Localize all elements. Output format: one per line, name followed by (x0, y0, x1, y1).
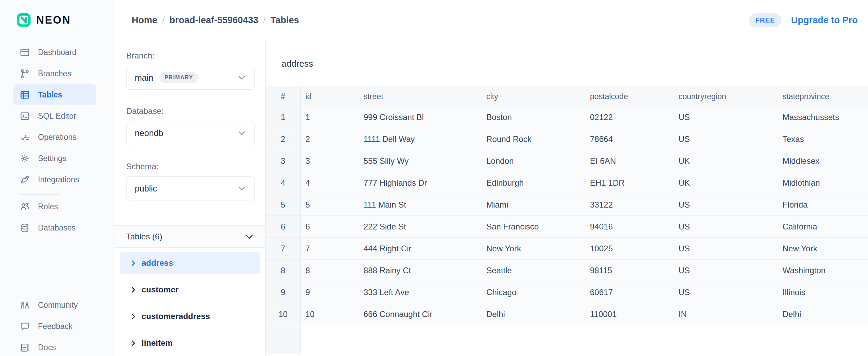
cell-postalcode[interactable]: 10025 (585, 238, 674, 259)
table-list-item-lineitem[interactable]: lineitem (120, 332, 260, 354)
cell-stateprovince[interactable]: Illinois (778, 281, 868, 303)
cell-stateprovince[interactable]: Massachussets (778, 106, 868, 128)
cell-city[interactable]: Chicago (482, 281, 585, 303)
cell-id[interactable]: 2 (301, 128, 359, 150)
cell-id[interactable]: 10 (301, 303, 359, 325)
cell-stateprovince[interactable]: New York (778, 238, 868, 259)
cell-countryregion[interactable]: US (674, 281, 778, 303)
table-row: 1010666 Connaught CirDelhi110001INDelhi (266, 303, 868, 325)
cell-stateprovince[interactable]: Midlothian (778, 172, 868, 194)
sidebar-item-branches[interactable]: Branches (13, 63, 96, 84)
sidebar-item-settings[interactable]: Settings (13, 148, 96, 169)
row-number: 3 (266, 150, 301, 172)
cell-street[interactable]: 1111 Dell Way (359, 128, 482, 150)
cell-city[interactable]: Delhi (482, 303, 585, 325)
table-list-label: customeraddress (142, 312, 210, 321)
cell-countryregion[interactable]: US (674, 260, 778, 281)
table-list-label: customer (142, 285, 179, 294)
cell-street[interactable]: 333 Left Ave (359, 281, 482, 303)
sidebar-item-feedback[interactable]: Feedback (13, 316, 96, 337)
speech-bubble-icon (19, 321, 30, 332)
cell-stateprovince[interactable]: Delhi (778, 303, 868, 325)
breadcrumb-project[interactable]: broad-leaf-55960433 (170, 15, 259, 26)
cell-street[interactable]: 111 Main St (359, 194, 482, 215)
cell-id[interactable]: 8 (301, 260, 359, 281)
cell-city[interactable]: San Francisco (482, 216, 585, 237)
cell-countryregion[interactable]: US (674, 216, 778, 237)
sidebar-item-roles[interactable]: Roles (13, 196, 96, 217)
table-list-item-customeraddress[interactable]: customeraddress (120, 305, 260, 328)
sidebar-item-sql-editor[interactable]: SQL Editor (13, 105, 96, 127)
cell-stateprovince[interactable]: Texas (778, 128, 868, 150)
cell-id[interactable]: 7 (301, 238, 359, 259)
cell-id[interactable]: 4 (301, 172, 359, 194)
cell-id[interactable]: 3 (301, 150, 359, 172)
cell-street[interactable]: 999 Croissant Bl (359, 106, 482, 128)
cell-countryregion[interactable]: US (674, 128, 778, 150)
cell-countryregion[interactable]: US (674, 194, 778, 215)
sidebar-item-community[interactable]: Community (13, 294, 96, 316)
cell-stateprovince[interactable]: Middlesex (778, 150, 868, 172)
cell-city[interactable]: New York (482, 238, 585, 259)
sidebar-item-dashboard[interactable]: Dashboard (13, 42, 96, 63)
database-value: neondb (135, 128, 163, 138)
cell-postalcode[interactable]: 94016 (585, 216, 674, 237)
cell-city[interactable]: Seattle (482, 260, 585, 281)
cell-id[interactable]: 9 (301, 281, 359, 303)
cell-postalcode[interactable]: EI 6AN (585, 150, 674, 172)
cell-countryregion[interactable]: UK (674, 150, 778, 172)
cell-countryregion[interactable]: US (674, 238, 778, 259)
upgrade-to-pro-link[interactable]: Upgrade to Pro (791, 15, 858, 26)
cell-street[interactable]: 777 Highlands Dr (359, 172, 482, 194)
cell-postalcode[interactable]: 02122 (585, 106, 674, 128)
cell-stateprovince[interactable]: Washington (778, 260, 868, 281)
sidebar-item-label: Settings (38, 154, 66, 163)
table-title-band: address (266, 41, 868, 87)
sidebar-item-docs[interactable]: Docs (13, 337, 96, 356)
cell-street[interactable]: 222 Side St (359, 216, 482, 237)
cell-postalcode[interactable]: 60617 (585, 281, 674, 303)
sidebar-nav-main: Dashboard Branches Tables SQL Editor Ope… (0, 42, 114, 190)
cell-street[interactable]: 444 Right Cir (359, 238, 482, 259)
table-row: 66222 Side StSan Francisco94016USCalifor… (266, 216, 868, 238)
cell-postalcode[interactable]: 110001 (585, 303, 674, 325)
chevron-down-icon (237, 184, 246, 193)
breadcrumb-separator: / (162, 15, 165, 26)
cell-id[interactable]: 1 (301, 106, 359, 128)
cell-city[interactable]: Edinburgh (482, 172, 585, 194)
cell-postalcode[interactable]: 33122 (585, 194, 674, 215)
sidebar-item-databases[interactable]: Databases (13, 217, 96, 238)
cell-city[interactable]: London (482, 150, 585, 172)
neon-logo[interactable]: NEON (17, 13, 71, 27)
cell-countryregion[interactable]: UK (674, 172, 778, 194)
cell-street[interactable]: 555 Silly Wy (359, 150, 482, 172)
cell-stateprovince[interactable]: California (778, 216, 868, 237)
cell-id[interactable]: 5 (301, 194, 359, 215)
cell-postalcode[interactable]: 78664 (585, 128, 674, 150)
cell-city[interactable]: Boston (482, 106, 585, 128)
cell-countryregion[interactable]: IN (674, 303, 778, 325)
cell-street[interactable]: 888 Rainy Ct (359, 260, 482, 281)
cell-street[interactable]: 666 Connaught Cir (359, 303, 482, 325)
cell-id[interactable]: 6 (301, 216, 359, 237)
sidebar-item-label: Dashboard (38, 48, 77, 57)
table-list-item-address[interactable]: address (120, 252, 260, 274)
schema-select[interactable]: public (126, 176, 255, 200)
chevron-right-icon (129, 313, 137, 320)
breadcrumb-home[interactable]: Home (132, 15, 157, 26)
table-list-item-customer[interactable]: customer (120, 278, 260, 301)
sidebar-item-operations[interactable]: Operations (13, 127, 96, 148)
sidebar-item-tables[interactable]: Tables (13, 84, 96, 105)
sidebar-item-integrations[interactable]: Integrations (13, 169, 96, 190)
cell-countryregion[interactable]: US (674, 106, 778, 128)
cell-postalcode[interactable]: 98115 (585, 260, 674, 281)
cell-stateprovince[interactable]: Florida (778, 194, 868, 215)
database-select[interactable]: neondb (126, 121, 255, 145)
branch-select[interactable]: main PRIMARY (126, 66, 255, 90)
tables-section-header[interactable]: Tables (6) (114, 225, 265, 248)
cell-postalcode[interactable]: EH1 1DR (585, 172, 674, 194)
schema-value: public (135, 184, 157, 194)
table-row: 99333 Left AveChicago60617USIllinois (266, 281, 868, 303)
cell-city[interactable]: Miami (482, 194, 585, 215)
cell-city[interactable]: Round Rock (482, 128, 585, 150)
